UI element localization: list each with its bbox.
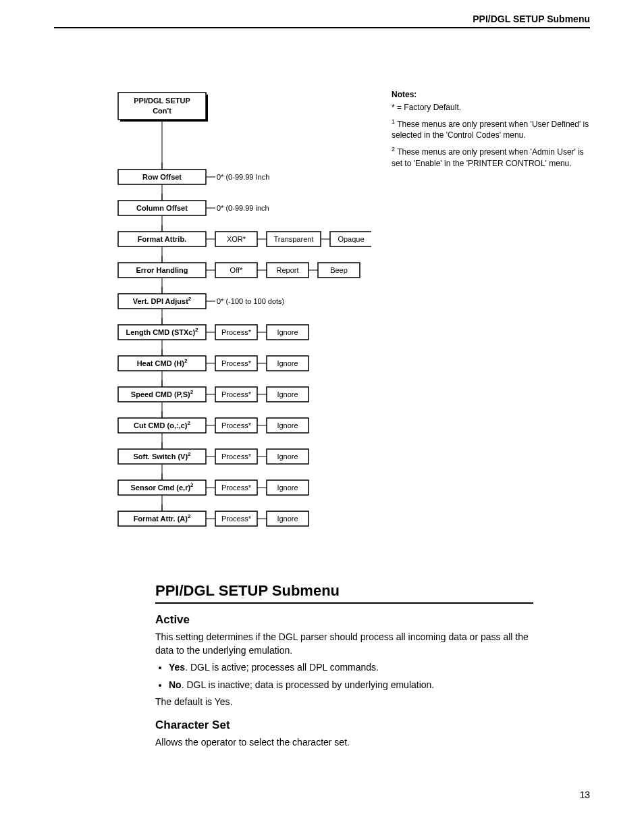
svg-text:0* (0-99.99 Inch: 0* (0-99.99 Inch xyxy=(217,173,269,181)
svg-text:Speed CMD (P,S)2: Speed CMD (P,S)2 xyxy=(131,389,194,398)
notes-title: Notes: xyxy=(392,89,590,101)
menu-tree: PPI/DGL SETUPCon'tRow Offset0* (0-99.99 … xyxy=(54,89,371,562)
svg-text:Heat CMD (H)2: Heat CMD (H)2 xyxy=(137,358,188,367)
svg-text:Cut CMD (o,:,c)2: Cut CMD (o,:,c)2 xyxy=(134,420,190,429)
svg-text:Length CMD (STXc)2: Length CMD (STXc)2 xyxy=(126,327,198,336)
active-yes-item: Yes. DGL is active; processes all DPL co… xyxy=(169,661,533,675)
active-no-item: No. DGL is inactive; data is processed b… xyxy=(169,679,533,692)
svg-text:Process*: Process* xyxy=(221,484,252,492)
svg-text:Ignore: Ignore xyxy=(277,421,298,429)
page-number: 13 xyxy=(579,789,590,800)
note-factory-default: * = Factory Default. xyxy=(392,102,590,113)
svg-text:Vert. DPI Adjust2: Vert. DPI Adjust2 xyxy=(133,296,192,305)
active-list: Yes. DGL is active; processes all DPL co… xyxy=(169,661,533,692)
notes: Notes: * = Factory Default. 1 These menu… xyxy=(392,89,590,174)
section-title: PPI/DGL SETUP Submenu xyxy=(155,582,533,600)
svg-text:Opaque: Opaque xyxy=(338,235,364,243)
svg-text:Error Handling: Error Handling xyxy=(136,266,188,274)
svg-text:Off*: Off* xyxy=(230,266,243,274)
svg-text:Process*: Process* xyxy=(221,515,252,523)
page: PPI/DGL SETUP Submenu PPI/DGL SETUPCon't… xyxy=(0,0,644,834)
svg-text:Ignore: Ignore xyxy=(277,359,298,367)
svg-text:Con't: Con't xyxy=(153,107,171,115)
svg-text:Report: Report xyxy=(276,266,298,274)
section-rule xyxy=(155,602,533,604)
svg-text:Format Attrib.: Format Attrib. xyxy=(138,235,186,243)
svg-text:Process*: Process* xyxy=(221,421,252,429)
svg-text:Format Attr. (A)2: Format Attr. (A)2 xyxy=(134,513,191,523)
svg-text:Ignore: Ignore xyxy=(277,452,298,461)
svg-text:Transparent: Transparent xyxy=(274,235,314,243)
subsection-charset: Character Set xyxy=(155,719,533,732)
note-1: 1 These menus are only present when 'Use… xyxy=(392,118,590,142)
svg-text:Ignore: Ignore xyxy=(277,328,298,336)
diagram-area: PPI/DGL SETUPCon'tRow Offset0* (0-99.99 … xyxy=(54,89,590,562)
svg-text:Process*: Process* xyxy=(221,359,252,367)
svg-text:Sensor Cmd (e,r)2: Sensor Cmd (e,r)2 xyxy=(130,482,194,492)
svg-text:PPI/DGL SETUP: PPI/DGL SETUP xyxy=(134,97,190,105)
svg-text:Column Offset: Column Offset xyxy=(136,204,188,212)
svg-text:Row Offset: Row Offset xyxy=(142,173,182,181)
subsection-active: Active xyxy=(155,613,533,627)
active-description: This setting determines if the DGL parse… xyxy=(155,631,533,657)
active-default: The default is Yes. xyxy=(155,696,533,709)
svg-text:Beep: Beep xyxy=(330,266,348,274)
svg-text:Process*: Process* xyxy=(221,328,252,336)
svg-text:Soft. Switch (V)2: Soft. Switch (V)2 xyxy=(133,451,191,461)
svg-text:Ignore: Ignore xyxy=(277,484,298,492)
svg-text:XOR*: XOR* xyxy=(227,235,246,243)
running-header: PPI/DGL SETUP Submenu xyxy=(54,14,590,28)
note-2: 2 These menus are only present when 'Adm… xyxy=(392,145,590,170)
svg-text:Process*: Process* xyxy=(221,452,252,461)
body-text: PPI/DGL SETUP Submenu Active This settin… xyxy=(155,582,533,750)
svg-text:Ignore: Ignore xyxy=(277,390,298,398)
svg-text:Process*: Process* xyxy=(221,390,252,398)
svg-text:0* (-100 to 100 dots): 0* (-100 to 100 dots) xyxy=(217,297,284,305)
svg-text:0* (0-99.99 inch: 0* (0-99.99 inch xyxy=(217,204,269,212)
svg-text:Ignore: Ignore xyxy=(277,515,298,523)
charset-description: Allows the operator to select the charac… xyxy=(155,736,533,750)
